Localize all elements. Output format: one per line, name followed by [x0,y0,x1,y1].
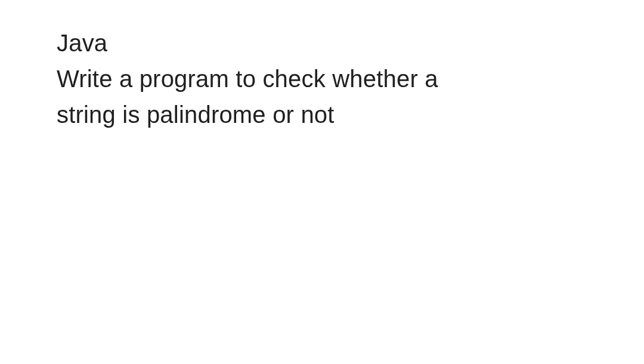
language-label: Java [57,25,587,61]
prompt-line-1: Write a program to check whether a [57,61,587,97]
prompt-line-2: string is palindrome or not [57,97,587,132]
question-text: Java Write a program to check whether a … [57,25,587,132]
